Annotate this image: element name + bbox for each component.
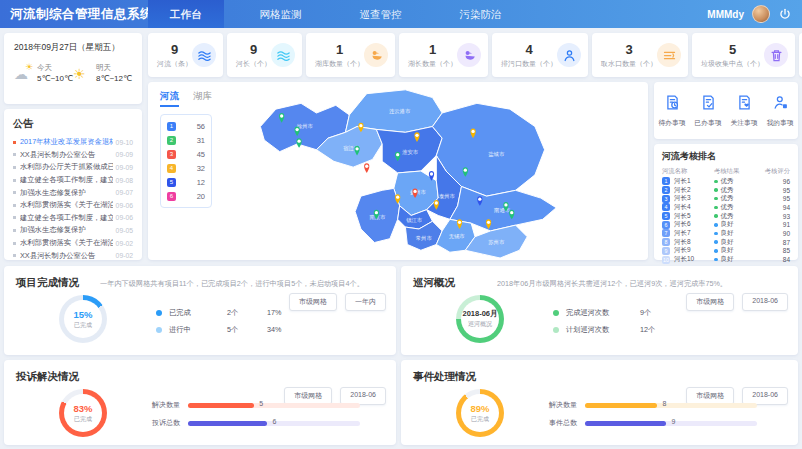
province-map[interactable]: 徐州市连云港市宿迁市淮安市盐城市扬州市泰州市南通市南京市镇江市常州市无锡市苏州市: [248, 84, 644, 258]
quick-action[interactable]: 关注事项: [726, 94, 762, 128]
rank-badge: 8: [662, 238, 670, 246]
power-icon[interactable]: [778, 7, 792, 21]
announcement-item[interactable]: 2017年林业改革发展资金退林... 09-10: [13, 136, 133, 149]
dashboard-page: 河流制综合管理信息系统 工作台 网格监测 巡查管控 污染防治 MMMdy: [0, 0, 802, 449]
table-row[interactable]: 2 河长2 优秀 95: [662, 186, 790, 195]
quick-action[interactable]: 我的事项: [762, 94, 798, 128]
table-row[interactable]: 10 河长10 良好 84: [662, 255, 790, 264]
legend-dot: [553, 310, 559, 316]
announcement-item[interactable]: 水利部贯彻落实《关于在湖泊实... 09-06: [13, 199, 133, 212]
grid-filter-button[interactable]: 市级网格: [289, 293, 337, 311]
result-dot: [714, 197, 718, 201]
bar-fill: [585, 403, 657, 408]
bar-track: 6: [188, 421, 360, 426]
kpi-card[interactable]: 1 湖长数量（个）: [399, 33, 488, 77]
announcement-text: 加强水生态修复保护: [20, 225, 113, 235]
map-tabs: 河流 湖库: [160, 90, 212, 107]
result-text: 良好: [721, 255, 761, 264]
svg-text:无锡市: 无锡市: [449, 233, 466, 240]
map-tab[interactable]: 湖库: [193, 90, 212, 107]
rank-badge: 9: [662, 247, 670, 255]
kpi-card[interactable]: 5 垃圾收集中点（个）: [692, 33, 795, 77]
announcement-date: 09-06: [116, 214, 133, 221]
quick-action[interactable]: 待办事项: [654, 94, 690, 128]
kpi-card[interactable]: 9 河长（个）: [227, 33, 302, 77]
ranking-rows: 1 河长1 优秀 96 2 河长2 优秀 95 3 河长3: [662, 177, 790, 264]
map-tab[interactable]: 河流: [160, 90, 179, 107]
announcement-date: 09-09: [116, 151, 133, 158]
table-row[interactable]: 1 河长1 优秀 96: [662, 177, 790, 186]
kpi-icon: [457, 43, 481, 67]
table-row[interactable]: 5 河长5 优秀 93: [662, 212, 790, 221]
donut-percent: 15%: [73, 309, 92, 320]
kpi-label: 河长（个）: [236, 59, 271, 69]
announcement-item[interactable]: 加强水生态修复保护 09-05: [13, 224, 133, 237]
quick-actions-card: 待办事项 已办事项 关注事项 我的事项: [654, 82, 798, 139]
panel-title: 事件处理情况: [413, 370, 476, 384]
announcement-item[interactable]: 加强水生态修复保护 09-07: [13, 186, 133, 199]
kpi-text: 3 取水口数量（个）: [601, 42, 657, 69]
table-row[interactable]: 9 河长9 良好 85: [662, 247, 790, 256]
announcements-title: 公告: [13, 117, 133, 131]
announcement-item[interactable]: 水利部办公厅关于抓紧做成已建... 09-09: [13, 161, 133, 174]
announcement-date: 09-07: [116, 189, 133, 196]
svg-text:扬州市: 扬州市: [410, 189, 427, 196]
result-text: 良好: [721, 246, 761, 255]
complaint-bars: 解决数量 5 投诉总数 6: [152, 396, 360, 432]
bar-row: 投诉总数 6: [152, 414, 360, 432]
quick-action[interactable]: 已办事项: [690, 94, 726, 128]
kpi-value: 9: [236, 42, 271, 57]
river-name: 河长9: [674, 246, 714, 255]
table-row[interactable]: 8 河长8 良好 87: [662, 238, 790, 247]
bullet-icon: [13, 153, 16, 156]
announcement-item[interactable]: XX县河长制办公室公告 09-02: [13, 249, 133, 262]
kpi-card[interactable]: 1 湖库数量（个）: [306, 33, 395, 77]
kpi-card[interactable]: 4 排污口数量（个）: [492, 33, 588, 77]
announcement-item[interactable]: 建立健全各项工作制度，建立河... 09-08: [13, 174, 133, 187]
announcements-card: 公告 2017年林业改革发展资金退林... 09-10 XX县河长制办公室公告 …: [4, 109, 142, 260]
kpi-card[interactable]: 3 取水口数量（个）: [592, 33, 688, 77]
legend-row: 2 31: [167, 133, 205, 147]
announcement-item[interactable]: XX县河长制办公室公告 09-09: [13, 149, 133, 162]
rank-badge: 1: [662, 177, 670, 185]
nav-tab[interactable]: 污染防治: [438, 0, 524, 28]
river-name: 河长6: [674, 220, 714, 229]
map-legend: 1 56 2 31 3 45 4 32: [160, 114, 212, 208]
table-row[interactable]: 4 河长4 优秀 94: [662, 203, 790, 212]
legend-row: 3 45: [167, 147, 205, 161]
kpi-card[interactable]: 9 河流（条）: [148, 33, 223, 77]
grid-filter-button[interactable]: 市级网格: [686, 293, 734, 311]
kpi-text: 1 湖长数量（个）: [408, 42, 457, 69]
announcement-date: 09-06: [116, 202, 133, 209]
legend-label: 已完成: [169, 308, 227, 318]
donut-caption: 已完成: [74, 321, 92, 330]
table-row[interactable]: 7 河长7 良好 90: [662, 229, 790, 238]
table-row[interactable]: 6 河长6 良好 91: [662, 220, 790, 229]
river-name: 河长4: [674, 203, 714, 212]
kpi-text: 4 排污口数量（个）: [501, 42, 557, 69]
kpi-label: 排污口数量（个）: [501, 59, 557, 69]
nav-tab[interactable]: 巡查管控: [338, 0, 424, 28]
announcement-text: 2017年林业改革发展资金退林...: [20, 137, 113, 147]
period-filter-button[interactable]: 一年内: [345, 293, 386, 311]
announcement-item[interactable]: 水利部贯彻落实《关于在湖泊实... 09-02: [13, 237, 133, 250]
sun-icon: ☀: [73, 65, 91, 81]
kpi-label: 取水口数量（个）: [601, 59, 657, 69]
donut-percent: 83%: [73, 403, 92, 414]
svg-text:盐城市: 盐城市: [488, 151, 505, 157]
table-row[interactable]: 3 河长3 优秀 95: [662, 194, 790, 203]
svg-text:苏州市: 苏州市: [488, 239, 505, 245]
patrol-donut-chart: 2018-06月 巡河概况: [456, 295, 504, 343]
bar-fill: [188, 421, 267, 426]
bar-value: 6: [272, 418, 276, 425]
announcement-item[interactable]: 建立健全各项工作制度，建立河... 09-06: [13, 212, 133, 225]
nav-tab[interactable]: 工作台: [148, 0, 224, 28]
bar-row: 事件总数 9: [549, 414, 757, 432]
period-filter-button[interactable]: 2018-06: [742, 293, 788, 311]
nav-tab[interactable]: 网格监测: [238, 0, 324, 28]
result-text: 优秀: [721, 212, 761, 221]
avatar[interactable]: [752, 5, 770, 23]
legend-label: 计划巡河次数: [566, 325, 640, 335]
kpi-value: 9: [157, 42, 192, 57]
kpi-icon: [557, 43, 581, 67]
